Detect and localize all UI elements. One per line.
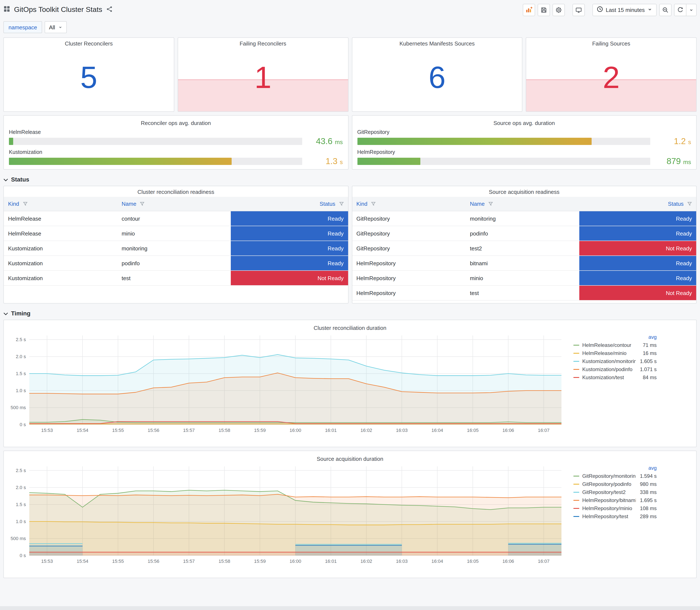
legend-marker [573,516,579,517]
variable-value: All [49,24,55,30]
gauge-value: 43.6 ms [307,137,343,146]
filter-icon[interactable] [371,202,376,206]
svg-text:15:57: 15:57 [183,428,195,433]
svg-text:15:59: 15:59 [254,559,266,564]
panel-title[interactable]: Failing Sources [526,38,696,47]
panel-title[interactable]: Source acquisition duration [7,453,693,462]
legend-series-name[interactable]: HelmRepository/test [582,513,628,519]
legend-series-name[interactable]: Kustomization/test [582,374,624,380]
refresh-button[interactable] [674,4,686,16]
stat-value: 2 [526,38,696,111]
chart-legend: avgGitRepository/monitoring1.594 sGitRep… [567,462,693,520]
svg-text:15:57: 15:57 [183,559,195,564]
cell-name: monitoring [466,211,579,226]
dashboard-settings-button[interactable] [553,4,565,16]
readiness-table-panel: Source acquisition readinessKind Name St… [352,186,697,304]
cell-name: podinfo [466,226,579,241]
cell-kind: HelmRelease [4,226,117,241]
panel-title[interactable]: Cluster reconciliation duration [7,322,693,331]
panel-title[interactable]: Cluster Reconcilers [4,38,174,47]
legend-series-name[interactable]: HelmRelease/contour [582,342,631,348]
save-dashboard-button[interactable] [538,4,550,16]
gauge-label: Kustomization [9,149,343,155]
legend-marker [573,361,579,362]
gauge-label: GitRepository [357,129,691,135]
filter-icon[interactable] [687,202,692,206]
svg-text:16:02: 16:02 [360,428,372,433]
legend-avg-header[interactable]: avg [644,465,657,471]
legend-series-name[interactable]: GitRepository/monitoring [582,473,636,479]
legend-series-avg: 1.605 s [636,358,657,364]
legend-series-name[interactable]: GitRepository/test2 [582,489,625,495]
legend-series-name[interactable]: Kustomization/monitoring [582,358,636,364]
legend-marker [573,377,579,378]
section-title: Timing [11,310,30,317]
legend-avg-header[interactable]: avg [644,334,657,340]
legend-marker [573,500,579,500]
legend-item: GitRepository/test2338 ms [573,488,657,496]
column-header-name[interactable]: Name [466,197,579,211]
panel-title[interactable]: Failing Reconcilers [178,38,348,47]
filter-icon[interactable] [339,202,344,206]
column-header-kind[interactable]: Kind [352,197,466,211]
legend-item: HelmRelease/minio16 ms [573,349,657,357]
table-row: HelmRepositoryminioReady [352,271,696,286]
svg-text:1.5 s: 1.5 s [16,502,26,507]
time-series-plot[interactable]: 0 s500 ms1.0 s1.5 s2.0 s2.5 s15:5315:541… [7,331,567,438]
panel-title[interactable]: Source acquisition readiness [352,186,696,195]
panel-title[interactable]: Cluster reconciliation readiness [4,186,348,195]
share-dashboard-button[interactable] [106,6,112,14]
cell-kind: HelmRepository [352,271,466,286]
legend-item: GitRepository/monitoring1.594 s [573,472,657,480]
legend-item: HelmRelease/contour71 ms [573,341,657,349]
panel-title[interactable]: Source ops avg. duration [357,117,691,126]
legend-series-name[interactable]: HelmRepository/minio [582,505,632,511]
section-header-timing[interactable]: Timing [3,307,697,320]
time-range-picker[interactable]: Last 15 minutes [592,4,657,16]
column-header-name[interactable]: Name [117,197,231,211]
panel-title[interactable]: Reconciler ops avg. duration [9,117,343,126]
svg-text:15:54: 15:54 [77,428,88,433]
table-row: HelmRepositorytestNot Ready [352,286,696,300]
table-row: KustomizationmonitoringReady [4,241,348,256]
add-panel-button[interactable] [523,4,535,16]
panel-title[interactable]: Kubernetes Manifests Sources [352,38,522,47]
column-header-status[interactable]: Status [231,197,348,211]
refresh-interval-button[interactable] [686,4,697,16]
svg-text:16:03: 16:03 [396,559,408,564]
cell-status: Not Ready [579,286,696,300]
dashboard-page: GitOps Toolkit Cluster Stats Last 15 min… [0,0,700,610]
zoom-out-button[interactable] [659,4,671,16]
legend-series-name[interactable]: HelmRepository/bitnami [582,497,636,503]
filter-icon[interactable] [140,202,145,206]
filter-icon[interactable] [488,202,493,206]
gauge-bar [357,138,592,145]
chart-legend: avgHelmRelease/contour71 msHelmRelease/m… [567,331,693,381]
series-areas [29,354,561,425]
dashboard-title: GitOps Toolkit Cluster Stats [14,5,102,14]
legend-series-avg: 289 ms [636,513,657,519]
cell-kind: HelmRepository [352,286,466,300]
svg-text:500 ms: 500 ms [11,536,26,541]
variable-value-dropdown[interactable]: All [45,21,66,33]
gauge-row: GitRepository1.2 s [357,129,691,146]
stat-panel: Failing Sources2 [526,37,697,112]
cell-kind: GitRepository [352,211,466,226]
variables-row: namespace All [3,19,697,37]
legend-marker [573,476,579,476]
legend-series-name[interactable]: GitRepository/podinfo [582,481,631,487]
legend-series-name[interactable]: Kustomization/podinfo [582,366,632,372]
cycle-view-button[interactable] [572,4,585,16]
column-header-status[interactable]: Status [579,197,696,211]
panel-source-acquisition-duration: Source acquisition duration 0 s500 ms1.0… [3,451,697,578]
legend-series-avg: 16 ms [639,350,657,356]
time-series-plot[interactable]: 0 s500 ms1.0 s1.5 s2.0 s2.5 s15:5315:541… [7,462,567,569]
legend-series-name[interactable]: HelmRelease/minio [582,350,626,356]
column-header-kind[interactable]: Kind [4,197,117,211]
section-header-status[interactable]: Status [3,173,697,186]
tables-row: Cluster reconciliation readinessKind Nam… [3,186,697,304]
svg-text:16:03: 16:03 [396,428,408,433]
table-row: HelmReleasecontourReady [4,211,348,226]
legend-marker [573,369,579,370]
filter-icon[interactable] [23,202,28,206]
